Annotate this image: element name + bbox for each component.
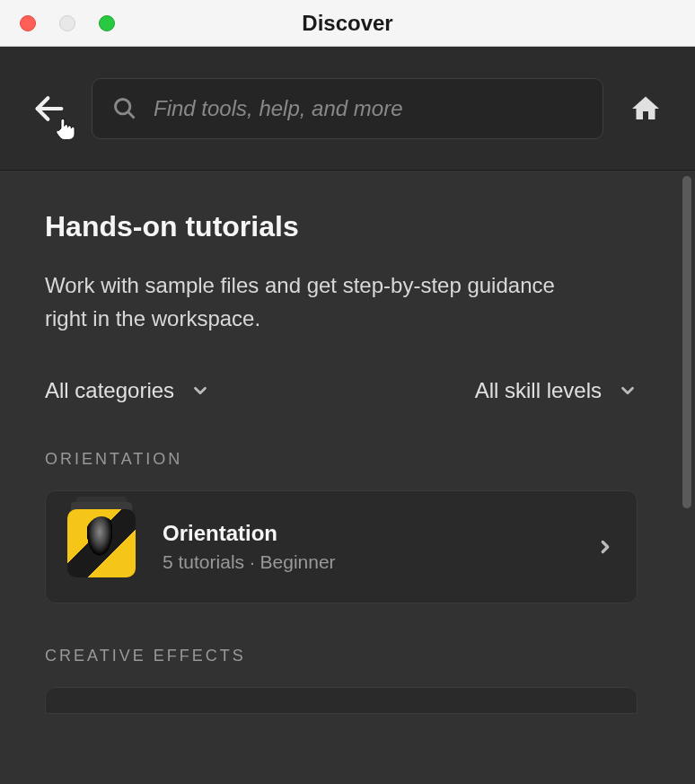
close-window-button[interactable] <box>20 15 36 31</box>
traffic-lights <box>20 15 115 31</box>
scrollbar-thumb[interactable] <box>682 176 691 508</box>
cursor-hand-icon <box>52 115 79 142</box>
chevron-down-icon <box>618 381 638 401</box>
content-area: Hands-on tutorials Work with sample file… <box>0 171 682 784</box>
maximize-window-button[interactable] <box>99 15 115 31</box>
card-title: Orientation <box>163 521 576 546</box>
skill-filter-label: All skill levels <box>475 378 602 403</box>
home-icon <box>629 92 662 125</box>
card-info: Orientation 5 tutorials · Beginner <box>163 521 576 573</box>
section-header-orientation: ORIENTATION <box>45 450 638 469</box>
card-thumbnail <box>67 509 143 585</box>
search-field-wrapper[interactable] <box>92 78 603 139</box>
tutorial-card-partial[interactable] <box>45 687 638 714</box>
category-filter[interactable]: All categories <box>45 378 210 403</box>
back-button[interactable] <box>25 84 74 133</box>
card-meta: 5 tutorials · Beginner <box>163 551 576 573</box>
tutorial-card-orientation[interactable]: Orientation 5 tutorials · Beginner <box>45 490 638 603</box>
svg-point-1 <box>116 99 130 113</box>
toolbar <box>0 47 695 171</box>
skill-filter[interactable]: All skill levels <box>475 378 638 403</box>
chevron-down-icon <box>190 381 210 401</box>
search-input[interactable] <box>154 96 583 121</box>
window-titlebar: Discover <box>0 0 695 47</box>
category-filter-label: All categories <box>45 378 174 403</box>
svg-line-2 <box>128 112 134 118</box>
filter-row: All categories All skill levels <box>45 378 638 403</box>
scrollbar[interactable] <box>682 171 695 784</box>
page-title: Hands-on tutorials <box>45 210 638 243</box>
search-icon <box>112 96 137 121</box>
section-header-creative-effects: CREATIVE EFFECTS <box>45 647 638 665</box>
chevron-right-icon <box>595 537 615 557</box>
page-description: Work with sample files and get step-by-s… <box>45 269 602 335</box>
minimize-window-button[interactable] <box>59 15 75 31</box>
home-button[interactable] <box>621 84 670 133</box>
